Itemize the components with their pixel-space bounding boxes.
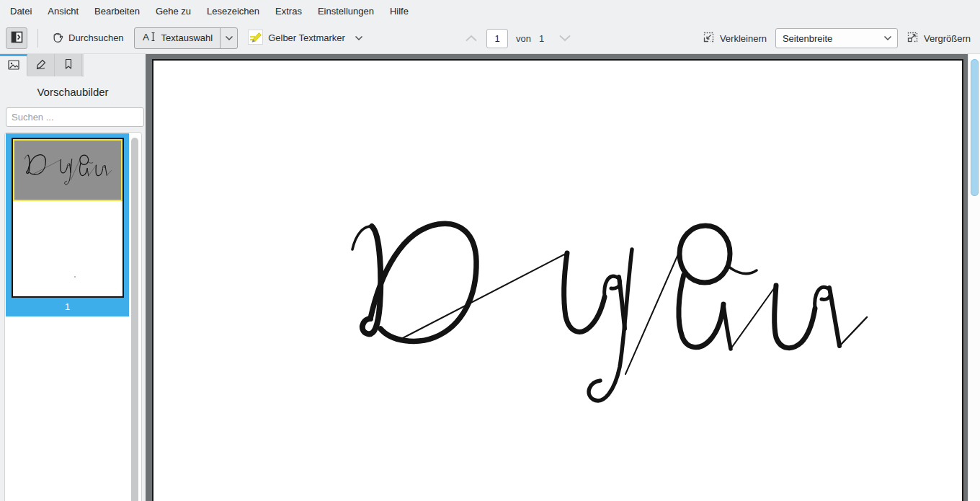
thumbnails-icon xyxy=(7,58,20,74)
page-navigation: von 1 xyxy=(464,22,572,54)
browse-tool-label: Durchsuchen xyxy=(68,32,124,43)
highlighter-icon xyxy=(248,30,263,47)
next-page-icon[interactable] xyxy=(558,34,572,43)
text-selection-tool-button[interactable]: A Textauswahl xyxy=(134,27,239,49)
zoom-out-button[interactable]: Verkleinern xyxy=(700,31,770,45)
previous-page-icon[interactable] xyxy=(464,34,478,43)
zoom-in-button[interactable]: Vergrößern xyxy=(904,31,974,45)
vertical-scrollbar-thumb[interactable] xyxy=(971,59,979,196)
document-page[interactable] xyxy=(152,59,963,501)
bookmark-icon xyxy=(62,58,75,73)
thumbnail-page-number: 1 xyxy=(6,298,129,316)
chevron-down-icon xyxy=(225,35,233,41)
menu-lesezeichen[interactable]: Lesezeichen xyxy=(199,0,267,22)
sidebar-tabstrip xyxy=(0,54,84,76)
page-number-input[interactable] xyxy=(486,29,508,48)
highlighter-label: Gelber Textmarker xyxy=(268,32,345,43)
tab-thumbnails[interactable] xyxy=(0,54,27,76)
menu-datei[interactable]: Datei xyxy=(2,0,40,22)
sidebar: Vorschaubilder 1 xyxy=(0,54,146,501)
hand-icon xyxy=(51,31,63,45)
text-selection-main[interactable]: A Textauswahl xyxy=(135,28,220,48)
zoom-in-label: Vergrößern xyxy=(924,33,971,44)
thumbnail-viewport-indicator[interactable] xyxy=(13,139,122,201)
chevron-down-icon xyxy=(883,35,892,41)
toolbar-separator xyxy=(37,29,38,48)
zoom-mode-combobox[interactable]: Seitenbreite xyxy=(775,28,898,48)
browse-tool-button[interactable]: Durchsuchen xyxy=(48,31,127,45)
text-selection-icon: A xyxy=(142,31,156,45)
thumbnail-item-selected[interactable]: 1 xyxy=(6,133,129,316)
zoom-out-icon xyxy=(703,31,715,45)
toolbar: Durchsuchen A Textauswahl xyxy=(0,22,980,54)
thumbnail-page-1[interactable] xyxy=(12,138,124,298)
text-selection-dropdown[interactable] xyxy=(220,28,237,48)
zoom-controls: Verkleinern Seitenbreite Vergrößern xyxy=(700,22,974,54)
sidebar-panel-title: Vorschaubilder xyxy=(0,86,146,98)
thumbnail-scrollbar-thumb[interactable] xyxy=(131,138,138,501)
svg-text:A: A xyxy=(143,32,149,43)
sidebar-toggle-button[interactable] xyxy=(6,27,27,49)
menu-extras[interactable]: Extras xyxy=(267,0,310,22)
sidebar-panel-icon xyxy=(11,31,23,45)
text-selection-label: Textauswahl xyxy=(161,32,213,43)
page-calligraphy xyxy=(153,61,965,501)
zoom-in-icon xyxy=(906,31,919,45)
zoom-out-label: Verkleinern xyxy=(720,33,767,44)
chevron-down-icon[interactable] xyxy=(355,35,363,41)
vertical-scrollbar[interactable] xyxy=(968,54,980,501)
zoom-mode-value: Seitenbreite xyxy=(783,33,832,44)
annotation-pen-icon xyxy=(35,58,48,73)
menubar: Datei Ansicht Bearbeiten Gehe zu Lesezei… xyxy=(0,0,980,22)
thumbnail-search-input[interactable] xyxy=(6,107,144,127)
tab-bookmarks[interactable] xyxy=(55,54,82,76)
menu-hilfe[interactable]: Hilfe xyxy=(382,0,416,22)
tab-annotations[interactable] xyxy=(27,54,55,76)
menu-einstellungen[interactable]: Einstellungen xyxy=(310,0,382,22)
page-of-label: von xyxy=(516,33,531,44)
menu-bearbeiten[interactable]: Bearbeiten xyxy=(86,0,148,22)
thumbnail-list: 1 xyxy=(4,132,142,501)
thumbnail-list-scrollbar[interactable] xyxy=(131,138,138,501)
document-viewport[interactable] xyxy=(146,54,980,501)
thumbnail-calligraphy xyxy=(22,152,114,187)
highlighter-tool-button[interactable]: Gelber Textmarker xyxy=(245,30,366,47)
menu-ansicht[interactable]: Ansicht xyxy=(40,0,86,22)
page-total: 1 xyxy=(539,33,544,44)
menu-gehe-zu[interactable]: Gehe zu xyxy=(148,0,199,22)
thumbnail-speck xyxy=(74,276,76,278)
